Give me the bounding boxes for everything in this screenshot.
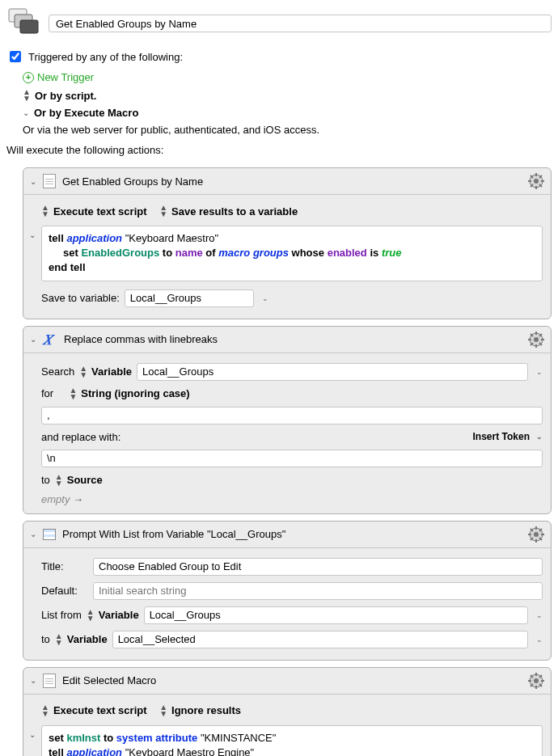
search-label: Search [41, 365, 74, 378]
gear-icon[interactable] [528, 673, 544, 689]
updown-icon[interactable]: ▲▼ [159, 704, 167, 717]
gear-icon[interactable] [528, 332, 544, 348]
svg-point-24 [534, 532, 539, 537]
svg-rect-2 [20, 20, 38, 33]
insert-token-button[interactable]: Insert Token ⌄ [473, 431, 543, 442]
macro-header [6, 6, 552, 40]
search-variable-input[interactable] [137, 363, 528, 381]
or-by-execute-row[interactable]: ⌄ Or by Execute Macro [23, 104, 552, 121]
disclosure-toggle[interactable]: ⌄ [30, 530, 36, 538]
results-option[interactable]: Save results to a variable [171, 205, 298, 218]
svg-point-34 [534, 678, 539, 683]
for-value-input[interactable] [41, 407, 543, 424]
gear-icon[interactable] [528, 526, 544, 543]
script-code[interactable]: ⌄ tell application "Keyboard Maestro" se… [41, 226, 543, 281]
action-title: Replace commas with linebreaks [64, 333, 522, 345]
trigger-checkbox[interactable] [10, 51, 21, 62]
execute-option[interactable]: Execute text script [53, 205, 147, 218]
replace-x-icon: 𝑋 [43, 332, 57, 347]
script-file-icon [43, 674, 56, 688]
action-prompt-list: ⌄ Prompt With List from Variable "Local_… [23, 521, 552, 661]
to-label: to [41, 633, 50, 645]
empty-indicator: empty → [41, 490, 543, 505]
updown-icon[interactable]: ▲▼ [55, 633, 62, 646]
action-get-enabled-groups: ⌄ Get Enabled Groups by Name ▲▼ Execute … [23, 167, 552, 319]
updown-icon[interactable]: ▲▼ [41, 704, 49, 717]
results-option[interactable]: Ignore results [171, 704, 241, 716]
to-variable-input[interactable] [112, 631, 528, 648]
new-trigger-button[interactable]: + New Trigger [23, 68, 552, 87]
action-title: Edit Selected Macro [62, 674, 522, 686]
chevron-down-icon[interactable]: ⌄ [536, 636, 543, 644]
action-replace-commas: ⌄ 𝑋 Replace commas with linebreaks Searc… [23, 326, 552, 514]
save-to-label: Save to variable: [41, 292, 120, 304]
will-execute-label: Will execute the following actions: [6, 142, 552, 163]
prompt-title-input[interactable] [93, 558, 543, 576]
for-label: for [41, 387, 53, 399]
search-type[interactable]: Variable [91, 365, 132, 378]
updown-icon[interactable]: ▲▼ [55, 474, 62, 487]
svg-point-4 [534, 179, 539, 184]
updown-icon[interactable]: ▲▼ [159, 205, 167, 218]
prompt-default-input[interactable] [93, 582, 543, 600]
updown-icon[interactable]: ▲▼ [79, 365, 87, 378]
execute-option[interactable]: Execute text script [53, 704, 147, 716]
list-icon [43, 529, 56, 540]
title-label: Title: [41, 560, 88, 572]
disclosure-toggle[interactable]: ⌄ [30, 676, 36, 685]
chevron-down-icon[interactable]: ⌄ [536, 611, 543, 619]
svg-point-14 [534, 337, 539, 342]
replace-with-label: and replace with: [41, 431, 120, 443]
updown-icon[interactable]: ▲▼ [87, 609, 94, 622]
gear-icon[interactable] [528, 173, 544, 189]
chevron-down-icon[interactable]: ⌄ [262, 294, 268, 302]
code-disclosure[interactable]: ⌄ [29, 230, 36, 241]
chevron-down-icon[interactable]: ⌄ [536, 368, 543, 376]
action-edit-selected-macro: ⌄ Edit Selected Macro ▲▼ Execute text sc… [23, 667, 552, 756]
plus-icon: + [23, 72, 34, 83]
chevron-down-icon: ⌄ [536, 433, 543, 441]
updown-icon: ▲▼ [23, 89, 30, 102]
action-title: Prompt With List from Variable "Local__G… [62, 528, 522, 540]
to-label: to [41, 474, 50, 486]
updown-icon[interactable]: ▲▼ [69, 387, 76, 400]
disclosure-toggle[interactable]: ⌄ [30, 335, 36, 344]
for-option[interactable]: String (ignoring case) [81, 387, 189, 399]
list-from-type[interactable]: Variable [99, 609, 139, 621]
to-option[interactable]: Source [67, 474, 103, 486]
or-by-script-row[interactable]: ▲▼ Or by script. [23, 87, 552, 104]
list-from-label: List from [41, 609, 82, 621]
macro-title-input[interactable] [49, 15, 552, 32]
disclosure-toggle[interactable]: ⌄ [30, 177, 36, 186]
trigger-section: Triggered by any of the following: [6, 49, 552, 65]
updown-icon[interactable]: ▲▼ [41, 205, 49, 218]
action-title: Get Enabled Groups by Name [62, 175, 522, 188]
chevron-down-icon: ⌄ [23, 108, 29, 117]
macro-group-icon [6, 6, 40, 40]
replace-value-input[interactable] [41, 450, 543, 467]
new-trigger-label: New Trigger [37, 71, 94, 83]
save-variable-input[interactable] [125, 289, 254, 307]
default-label: Default: [41, 585, 88, 597]
script-file-icon [43, 174, 56, 188]
web-server-info: Or via the web server for public, authen… [6, 121, 552, 142]
code-disclosure[interactable]: ⌄ [29, 729, 36, 741]
trigger-label: Triggered by any of the following: [28, 51, 183, 63]
or-by-script-label: Or by script. [35, 90, 97, 102]
script-code[interactable]: ⌄ set kmInst to system attribute "KMINST… [41, 725, 543, 756]
to-type[interactable]: Variable [67, 633, 108, 645]
list-from-input[interactable] [144, 606, 528, 624]
or-by-execute-label: Or by Execute Macro [34, 107, 138, 119]
